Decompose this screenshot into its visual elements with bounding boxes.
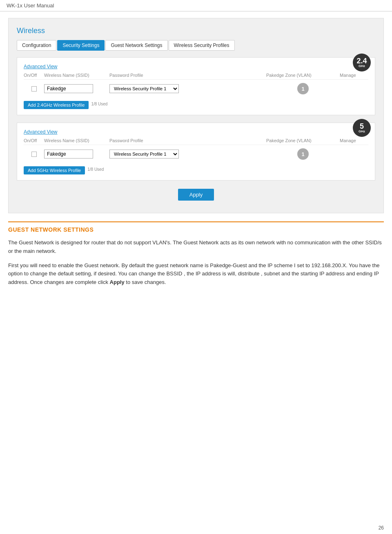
band-5ghz-number: 5 [360, 123, 364, 130]
paragraph2-apply-bold: Apply [110, 279, 125, 285]
used-label-24ghz: 1/8 Used [91, 102, 107, 106]
checkbox-cell-5 [24, 152, 44, 157]
tab-wireless-security-profiles[interactable]: Wireless Security Profiles [169, 40, 235, 51]
col-on-off-24: On/Off [24, 73, 44, 78]
table-header-5ghz: On/Off Wireless Name (SSID) Password Pro… [24, 138, 368, 145]
band-5ghz-badge: 5 GHz [353, 119, 371, 137]
col-manage-5: Manage [340, 138, 368, 143]
checkbox-24ghz[interactable] [31, 86, 37, 92]
col-on-off-5: On/Off [24, 138, 44, 143]
band-24ghz-unit: GHz [359, 65, 365, 68]
table-row-24ghz: Wireless Security Profile 1 1 [24, 81, 368, 96]
tabs-bar: Configuration Security Settings Guest Ne… [17, 40, 375, 51]
col-password-profile-5: Password Profile [109, 138, 266, 143]
col-pakedge-zone-24: Pakedge Zone (VLAN) [266, 73, 340, 78]
advanced-view-5ghz-link[interactable]: Advanced View [24, 129, 58, 135]
band-5ghz-unit: GHz [359, 130, 365, 133]
ssid-input-24ghz[interactable] [44, 84, 93, 93]
vlan-cell-5: 1 [266, 148, 340, 160]
advanced-view-24ghz-link[interactable]: Advanced View [24, 64, 58, 69]
checkbox-5ghz[interactable] [31, 152, 37, 157]
vlan-badge-24ghz: 1 [297, 83, 309, 94]
manual-title: WK-1x User Manual [7, 2, 54, 9]
guest-network-paragraph1: The Guest Network is designed for router… [8, 239, 384, 256]
profile-select-cell-5: Wireless Security Profile 1 [109, 150, 266, 159]
col-manage-24: Manage [340, 73, 368, 78]
add-profile-row-24: Add 2.4GHz Wireless Profile 1/8 Used [24, 98, 368, 109]
ssid-cell-5 [44, 150, 109, 159]
vlan-cell-24: 1 [266, 83, 340, 94]
table-row-5ghz: Wireless Security Profile 1 1 [24, 147, 368, 161]
guest-network-heading: GUEST NETWORK SETTINGS [8, 226, 384, 233]
band-24ghz-number: 2.4 [356, 57, 367, 65]
band-5ghz-section: 5 GHz Advanced View On/Off Wireless Name… [17, 123, 375, 181]
ssid-cell-24 [44, 84, 109, 93]
add-profile-row-5: Add 5GHz Wireless Profile 1/8 Used [24, 164, 368, 174]
tab-configuration[interactable]: Configuration [17, 40, 56, 51]
paragraph2-text2: to save changes. [125, 279, 166, 285]
add-5ghz-profile-button[interactable]: Add 5GHz Wireless Profile [24, 166, 85, 174]
profile-select-cell-24: Wireless Security Profile 1 [109, 84, 266, 93]
tab-guest-network-settings[interactable]: Guest Network Settings [105, 40, 167, 51]
col-wireless-name-24: Wireless Name (SSID) [44, 73, 109, 78]
guest-network-paragraph2: First you will need to enable the Guest … [8, 261, 384, 287]
profile-select-5ghz[interactable]: Wireless Security Profile 1 [109, 150, 179, 159]
profile-select-24ghz[interactable]: Wireless Security Profile 1 [109, 84, 179, 93]
band-24ghz-section: 2.4 GHz Advanced View On/Off Wireless Na… [17, 57, 375, 115]
section-divider [8, 221, 384, 222]
wireless-title: Wireless [17, 27, 375, 35]
ssid-input-5ghz[interactable] [44, 150, 93, 159]
vlan-badge-5ghz: 1 [297, 148, 309, 160]
apply-button-wrap: Apply [17, 189, 375, 201]
apply-button[interactable]: Apply [178, 189, 214, 201]
used-label-5ghz: 1/8 Used [87, 167, 104, 172]
checkbox-cell-24 [24, 86, 44, 92]
page-header: WK-1x User Manual [0, 0, 392, 11]
guest-network-section: GUEST NETWORK SETTINGS The Guest Network… [8, 226, 384, 287]
col-pakedge-zone-5: Pakedge Zone (VLAN) [266, 138, 340, 143]
band-24ghz-badge: 2.4 GHz [353, 54, 371, 71]
tab-security-settings[interactable]: Security Settings [57, 40, 105, 51]
wireless-screenshot-panel: Wireless Configuration Security Settings… [8, 18, 384, 213]
col-password-profile-24: Password Profile [109, 73, 266, 78]
main-content: Wireless Configuration Security Settings… [0, 11, 392, 299]
paragraph2-text1: First you will need to enable the Guest … [8, 262, 380, 286]
add-24ghz-profile-button[interactable]: Add 2.4GHz Wireless Profile [24, 101, 89, 109]
col-wireless-name-5: Wireless Name (SSID) [44, 138, 109, 143]
table-header-24ghz: On/Off Wireless Name (SSID) Password Pro… [24, 73, 368, 80]
